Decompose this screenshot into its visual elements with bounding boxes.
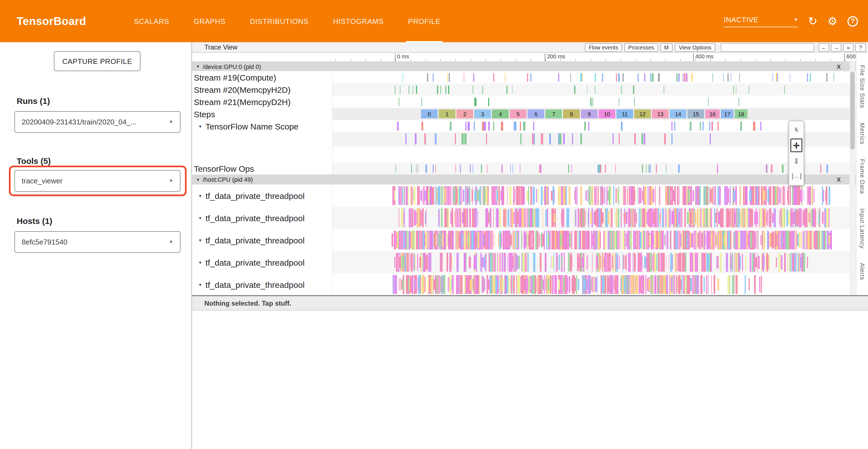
topbar-right: INACTIVE ▼ ↻ ⚙ ?	[724, 15, 858, 27]
track-events[interactable]	[333, 207, 856, 229]
side-tab[interactable]: Metrics	[859, 123, 866, 145]
collapse-arrow-icon: ▼	[198, 282, 202, 287]
nav-tab[interactable]: SCALARS	[122, 0, 181, 42]
trace-filter-input[interactable]	[721, 43, 814, 51]
step-block[interactable]: 13	[652, 110, 669, 118]
hosts-dropdown[interactable]: 8efc5e791540 ▼	[14, 231, 181, 253]
capture-profile-button[interactable]: CAPTURE PROFILE	[54, 51, 141, 71]
trace-toolbar-button[interactable]: View Options	[675, 43, 716, 51]
collapse-arrow-icon: ▼	[198, 238, 202, 242]
zoom-tool-button[interactable]: ⬇	[790, 154, 803, 168]
nav-tab[interactable]: GRAPHS	[181, 0, 238, 42]
track-events[interactable]	[333, 120, 856, 132]
step-block[interactable]: 18	[735, 110, 747, 118]
trace-nav-button[interactable]: →	[831, 43, 841, 51]
step-block[interactable]: 6	[528, 110, 544, 118]
track-label-text: tf_data_private_threadpool	[206, 258, 305, 267]
help-icon[interactable]: ?	[847, 16, 858, 26]
gpu-section-title: /device:GPU:0 (pid 0)	[203, 63, 261, 70]
tools-dropdown[interactable]: trace_viewer ▼	[14, 170, 181, 192]
runs-dropdown[interactable]: 20200409-231431/train/2020_04_... ▼	[14, 111, 181, 133]
step-block[interactable]: 17	[721, 110, 734, 118]
step-block[interactable]: 9	[581, 110, 597, 118]
trace-tracks-area: ▼ /device:GPU:0 (pid 0) X Stream #19(Com…	[192, 62, 856, 295]
side-tab[interactable]: Alerts	[859, 263, 866, 280]
step-block[interactable]: 11	[616, 110, 633, 118]
track-events[interactable]	[333, 273, 856, 295]
selection-status-text: Nothing selected. Tap stuff.	[205, 299, 291, 307]
gpu-section-close-button[interactable]: X	[837, 63, 841, 70]
side-tab[interactable]: File Size Stats	[859, 65, 866, 108]
step-block[interactable]: 4	[492, 110, 509, 118]
track-events[interactable]	[333, 132, 856, 162]
hosts-heading: Hosts (1)	[17, 216, 52, 226]
side-tab[interactable]: Frame Data	[859, 159, 866, 194]
trace-nav-button[interactable]: ?	[855, 43, 866, 51]
step-block[interactable]: 0	[421, 110, 438, 118]
track-label[interactable]: ▼tf_data_private_threadpool	[192, 273, 333, 295]
track-label: Stream #19(Compute)	[192, 71, 333, 83]
track-events[interactable]	[333, 83, 856, 96]
trace-toolbar-button[interactable]: M	[660, 43, 673, 51]
pan-tool-button[interactable]: ✛	[790, 138, 803, 152]
ruler-tick-label: 600	[844, 53, 856, 61]
side-tab[interactable]: Input Latency	[859, 208, 866, 249]
step-block[interactable]: 1	[439, 110, 455, 118]
nav-tab[interactable]: DISTRIBUTIONS	[238, 0, 321, 42]
nav-tab[interactable]: HISTOGRAMS	[321, 0, 396, 42]
step-block[interactable]: 8	[563, 110, 580, 118]
collapse-arrow-icon: ▼	[196, 64, 200, 68]
step-block[interactable]: 16	[705, 110, 720, 118]
step-block[interactable]: 10	[599, 110, 615, 118]
step-block[interactable]: 14	[670, 110, 686, 118]
tensorboard-app: TensorBoard SCALARS GRAPHS DISTRIBUTIONS…	[0, 0, 868, 449]
profile-sidebar: CAPTURE PROFILE Runs (1) 20200409-231431…	[0, 42, 192, 449]
step-block[interactable]: 3	[474, 110, 491, 118]
track-events[interactable]	[333, 96, 856, 108]
trace-nav-button[interactable]: »	[843, 43, 854, 51]
step-block[interactable]: 12	[634, 110, 651, 118]
track-row: Stream #19(Compute)	[192, 71, 856, 83]
selection-tool-button[interactable]	[790, 123, 803, 137]
track-label[interactable]: ▼tf_data_private_threadpool	[192, 229, 333, 251]
trace-toolbar-button[interactable]: Processes	[624, 43, 658, 51]
step-block[interactable]: 15	[687, 110, 704, 118]
tools-dropdown-value: trace_viewer	[22, 177, 62, 185]
track-label-text: tf_data_private_threadpool	[206, 191, 305, 200]
track-events[interactable]	[333, 184, 856, 207]
track-label[interactable]: ▼TensorFlow Name Scope	[192, 120, 333, 132]
steps-track[interactable]: 0123456789101112131415161718	[333, 108, 856, 120]
track-label[interactable]: ▼tf_data_private_threadpool	[192, 184, 333, 207]
track-label[interactable]: ▼tf_data_private_threadpool	[192, 251, 333, 273]
track-events[interactable]	[333, 229, 856, 251]
nav-tab[interactable]: PROFILE	[396, 0, 453, 42]
track-label[interactable]: ▼tf_data_private_threadpool	[192, 207, 333, 229]
track-events[interactable]	[333, 162, 856, 175]
refresh-icon[interactable]: ↻	[808, 16, 818, 27]
track-row: ▼TensorFlow Name Scope	[192, 120, 856, 132]
track-events[interactable]	[333, 251, 856, 273]
step-block[interactable]: 7	[545, 110, 562, 118]
cpu-section-header[interactable]: ▼ /host:CPU (pid 49) X	[192, 175, 856, 184]
reload-status-dropdown[interactable]: INACTIVE ▼	[724, 15, 798, 27]
collapse-arrow-icon: ▼	[196, 178, 200, 181]
track-row-namescope-expanded	[192, 132, 856, 162]
chevron-down-icon: ▼	[169, 178, 173, 183]
trace-toolbar-button[interactable]: Flow events	[585, 43, 622, 51]
trace-viewer-pane: Trace View Flow eventsProcessesMView Opt…	[192, 42, 868, 449]
trace-view-title: Trace View	[205, 43, 238, 51]
track-events[interactable]	[333, 71, 856, 83]
trace-nav-button[interactable]: ←	[818, 43, 829, 51]
gear-icon[interactable]: ⚙	[828, 16, 837, 27]
gpu-section-header[interactable]: ▼ /device:GPU:0 (pid 0) X	[192, 62, 856, 71]
trace-scrollbar-thumb[interactable]	[850, 72, 855, 149]
runs-heading: Runs (1)	[17, 96, 50, 106]
track-row-steps: Steps 0123456789101112131415161718	[192, 108, 856, 120]
timing-tool-button[interactable]: ↔	[790, 170, 803, 183]
zoom-arrow-icon: ⬇	[793, 156, 799, 165]
runs-dropdown-value: 20200409-231431/train/2020_04_...	[22, 118, 136, 126]
step-block[interactable]: 2	[457, 110, 473, 118]
cpu-section-close-button[interactable]: X	[837, 176, 841, 183]
track-row: ▼tf_data_private_threadpool	[192, 207, 856, 229]
step-block[interactable]: 5	[510, 110, 526, 118]
